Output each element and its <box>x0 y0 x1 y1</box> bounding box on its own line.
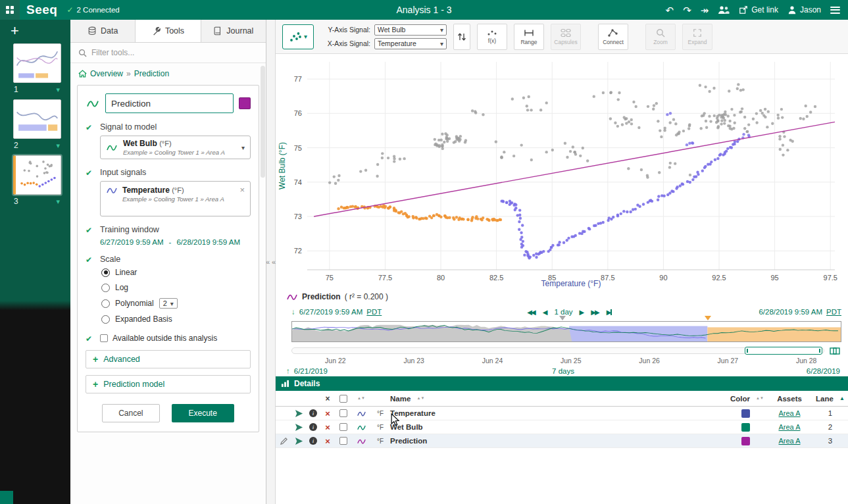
step-back-half-icon[interactable]: ◀◀ <box>527 309 536 316</box>
color-swatch[interactable] <box>741 437 750 445</box>
radio-icon[interactable] <box>101 299 110 308</box>
color-swatch[interactable] <box>741 409 750 418</box>
x-axis-signal-select[interactable]: Temperature▾ <box>374 38 447 49</box>
available-outside-checkbox-row[interactable]: Available outside this analysis <box>100 334 251 343</box>
connection-status[interactable]: ✓ 2 Connected <box>66 5 119 14</box>
legend-name[interactable]: Prediction <box>302 292 341 301</box>
asset-link[interactable]: Area A <box>778 409 800 417</box>
step-to-end-icon[interactable]: ▶ <box>607 309 614 316</box>
info-icon[interactable]: i <box>309 423 317 431</box>
send-to-trend-icon[interactable] <box>295 409 303 418</box>
remove-icon[interactable]: × <box>320 434 335 447</box>
scatterplot-view-button[interactable]: ▾ <box>282 24 314 49</box>
remove-icon[interactable]: × <box>320 420 335 434</box>
range-button[interactable]: Range <box>514 24 544 50</box>
users-icon[interactable] <box>718 5 730 14</box>
display-start-date[interactable]: 6/27/2019 9:59 AM <box>299 308 363 316</box>
timebar-strip-canvas[interactable] <box>291 321 841 342</box>
range-duration-label[interactable]: 7 days <box>431 367 695 375</box>
row-checkbox[interactable] <box>339 437 347 445</box>
step-forward-half-icon[interactable]: ▶▶ <box>591 309 599 316</box>
sort-type-icon[interactable]: ▲▼ <box>357 397 365 400</box>
scale-option-polynomial[interactable]: Polynomial2▾ <box>101 298 251 309</box>
tool-name-input[interactable] <box>105 93 234 113</box>
step-back-icon[interactable]: ◀ <box>543 309 548 316</box>
timebar-region-marker[interactable] <box>705 316 711 324</box>
select-all-checkbox[interactable] <box>339 395 347 403</box>
info-icon[interactable]: i <box>309 409 317 417</box>
send-to-trend-icon[interactable] <box>295 423 303 432</box>
hamburger-menu-icon[interactable] <box>830 7 840 14</box>
column-assets[interactable]: Assets <box>766 391 812 406</box>
details-row-prediction[interactable]: i×°FPredictionArea A3 <box>276 434 848 448</box>
scale-option-log[interactable]: Log <box>101 283 251 292</box>
home-icon[interactable] <box>78 70 87 78</box>
chevron-down-icon[interactable]: ▾ <box>56 141 60 150</box>
step-forward-icon[interactable]: ▶ <box>580 309 585 316</box>
time-scrollbar-track[interactable] <box>291 347 824 354</box>
row-name[interactable]: Prediction <box>390 434 724 447</box>
scatter-chart[interactable]: 7577.58082.58587.59092.59597.57273747576… <box>276 54 848 290</box>
panel-splitter[interactable]: «« <box>266 20 276 504</box>
input-signals-box[interactable]: Temperature (°F)Example » Cooling Tower … <box>100 181 251 216</box>
scatter-chart-canvas[interactable]: 7577.58082.58587.59092.59597.57273747576… <box>276 54 848 290</box>
fx-button[interactable]: f(x) <box>477 24 507 50</box>
tab-journal[interactable]: Journal <box>201 20 266 42</box>
execute-button[interactable]: Execute <box>172 404 234 422</box>
chevron-down-icon[interactable]: ▾ <box>56 197 60 206</box>
panel-scrollbar[interactable] <box>261 66 265 178</box>
info-icon[interactable]: i <box>309 437 317 445</box>
training-start[interactable]: 6/27/2019 9:59 AM <box>100 238 164 246</box>
radio-icon[interactable] <box>101 268 110 277</box>
timebar-strip[interactable] <box>291 321 841 342</box>
color-swatch[interactable] <box>741 423 750 432</box>
input-signal-item[interactable]: Temperature (°F)Example » Cooling Tower … <box>103 184 247 204</box>
sort-color-icon[interactable]: ▲▼ <box>756 397 764 400</box>
timebar-region-marker[interactable] <box>559 316 566 324</box>
edit-icon[interactable] <box>280 437 288 445</box>
signal-to-model-select[interactable]: Wet Bulb (°F) Example » Cooling Tower 1 … <box>100 136 251 159</box>
swap-axes-button[interactable] <box>453 24 470 50</box>
redo-all-icon[interactable]: ↠ <box>701 5 709 15</box>
chevron-down-icon[interactable]: ▾ <box>56 86 60 94</box>
get-link-button[interactable]: Get link <box>739 5 778 14</box>
archive-start-date[interactable]: 6/21/2019 <box>294 367 328 375</box>
color-picker-button[interactable] <box>239 97 251 109</box>
row-checkbox[interactable] <box>339 423 347 431</box>
new-worksheet-button[interactable]: + <box>0 20 70 39</box>
column-color[interactable]: Color <box>730 395 750 403</box>
details-row-wet-bulb[interactable]: i×°FWet BulbArea A2 <box>276 420 848 434</box>
details-panel-header[interactable]: Details <box>276 376 848 391</box>
send-to-trend-icon[interactable] <box>295 437 303 445</box>
column-lane[interactable]: Lane <box>816 395 834 403</box>
row-name[interactable]: Temperature <box>390 407 724 420</box>
y-axis-signal-select[interactable]: Wet Bulb▾ <box>374 24 447 36</box>
undo-icon[interactable]: ↶ <box>666 5 674 15</box>
worksheet-thumbnail-1[interactable]: 1▾ <box>13 43 61 94</box>
asset-link[interactable]: Area A <box>778 437 800 445</box>
redo-icon[interactable]: ↷ <box>683 5 691 15</box>
remove-signal-icon[interactable]: × <box>239 186 245 194</box>
prediction-model-section-toggle[interactable]: + Prediction model <box>86 375 251 393</box>
timezone-link-end[interactable]: PDT <box>826 308 841 316</box>
auto-update-button[interactable] <box>828 346 841 355</box>
remove-icon[interactable]: × <box>320 407 335 420</box>
step-size-label[interactable]: 1 day <box>554 308 572 316</box>
polynomial-order-select[interactable]: 2▾ <box>159 298 178 309</box>
user-menu[interactable]: Jason <box>787 5 821 14</box>
column-name[interactable]: Name <box>390 395 411 403</box>
cancel-button[interactable]: Cancel <box>102 404 159 422</box>
timezone-link[interactable]: PDT <box>366 308 382 316</box>
breadcrumb-overview-link[interactable]: Overview <box>90 69 123 78</box>
sort-name-icon[interactable]: ▲▼ <box>417 397 425 400</box>
remove-all-icon[interactable]: × <box>320 391 335 406</box>
tab-data[interactable]: Data <box>70 20 136 42</box>
scale-option-expanded-basis[interactable]: Expanded Basis <box>101 315 251 324</box>
display-end-date[interactable]: 6/28/2019 9:59 AM <box>759 308 822 316</box>
filter-tools-input[interactable] <box>91 48 223 57</box>
radio-icon[interactable] <box>101 315 110 324</box>
advanced-section-toggle[interactable]: + Advanced <box>86 350 251 368</box>
investigate-range-icon[interactable]: ↓ <box>291 308 295 316</box>
training-end[interactable]: 6/28/2019 9:59 AM <box>176 238 240 246</box>
row-checkbox[interactable] <box>339 409 347 417</box>
